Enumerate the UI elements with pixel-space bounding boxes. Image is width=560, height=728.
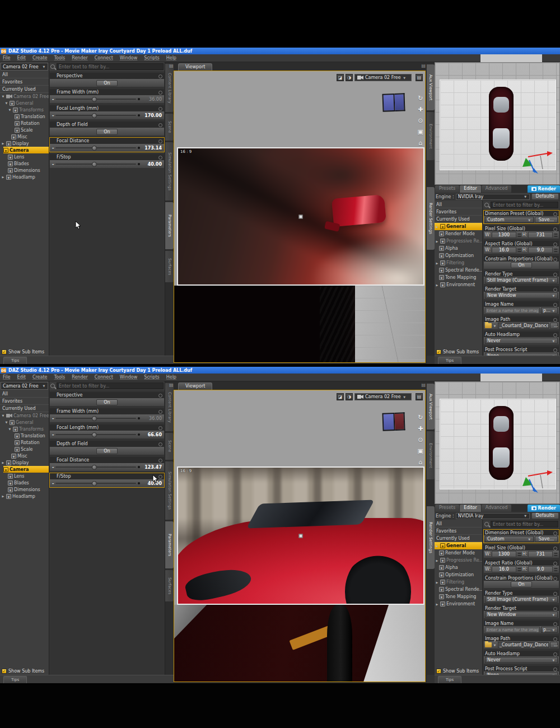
- tab-scene[interactable]: Scene: [165, 114, 174, 141]
- chevron-down-icon[interactable]: ▼: [493, 324, 497, 328]
- rs-item-filtering[interactable]: ▶◈Filtering: [435, 259, 482, 267]
- view-options-icon[interactable]: ◑: [346, 393, 353, 400]
- tree-item-dimensions[interactable]: ◈Dimensions: [0, 486, 49, 493]
- home-icon[interactable]: ⌂: [418, 459, 423, 466]
- rs-filter-all[interactable]: All: [435, 201, 482, 208]
- rs-item-alpha[interactable]: ◈Alpha: [435, 564, 482, 571]
- menu-create[interactable]: Create: [32, 375, 48, 380]
- depth-of-field-on-toggle[interactable]: On: [96, 448, 118, 454]
- menu-edit[interactable]: Edit: [17, 55, 26, 60]
- tab-simulation-settings[interactable]: Simulation Settings: [165, 461, 174, 520]
- collapse-icon[interactable]: ▶: [435, 544, 439, 548]
- view-cube[interactable]: [381, 91, 406, 114]
- tab-presets[interactable]: Presets: [435, 185, 459, 193]
- save-button[interactable]: Save...: [535, 217, 558, 223]
- slider-thumb[interactable]: [92, 146, 97, 151]
- tab-environment[interactable]: Environment: [427, 112, 435, 160]
- scene-filter-favorites[interactable]: Favorites: [0, 398, 49, 405]
- rs-item-general[interactable]: ▶◈General: [435, 542, 482, 549]
- frame-icon[interactable]: ▣: [418, 447, 423, 455]
- tree-item-translation[interactable]: ◈Translation: [0, 113, 49, 120]
- slider-track[interactable]: [55, 164, 136, 165]
- rs-item-spectral[interactable]: ◈Spectral Rende...: [435, 586, 482, 593]
- menu-help[interactable]: Help: [166, 375, 176, 380]
- tab-parameters[interactable]: Parameters: [165, 521, 174, 568]
- menu-connect[interactable]: Connect: [95, 55, 113, 60]
- scene-filter-all[interactable]: All: [0, 71, 49, 78]
- nudge-up-icon[interactable]: [138, 147, 140, 149]
- tree-item-headlamp[interactable]: ▶◈Headlamp: [0, 493, 49, 500]
- rs-item-environment[interactable]: ▶◈Environment: [435, 600, 482, 608]
- render-type-dropdown[interactable]: Still Image (Current Frame)▼: [485, 596, 558, 603]
- render-button[interactable]: Render: [528, 185, 560, 193]
- focal-length-value[interactable]: 170.00: [142, 113, 162, 118]
- nudge-down-icon[interactable]: -: [52, 97, 54, 102]
- spinner-icon[interactable]: [517, 249, 521, 252]
- tree-item-camera-selected[interactable]: ◈Camera: [3, 466, 49, 473]
- rs-filter-favorites[interactable]: Favorites: [435, 528, 482, 535]
- engine-dropdown[interactable]: NVIDIA Iray▼: [456, 194, 530, 200]
- slider-thumb[interactable]: [92, 416, 97, 421]
- nudge-down-icon[interactable]: -: [52, 146, 54, 151]
- pane-menu-icon[interactable]: ▤: [169, 63, 174, 68]
- tab-aux-viewport[interactable]: Aux Viewport: [427, 384, 435, 430]
- rs-item-filtering[interactable]: ▶◈Filtering: [435, 578, 482, 586]
- focal-length-value[interactable]: 66.60: [142, 432, 162, 437]
- menu-connect[interactable]: Connect: [95, 375, 113, 380]
- scene-filter-all[interactable]: All: [0, 390, 49, 398]
- frame-icon[interactable]: ▣: [418, 128, 423, 136]
- car-top-view[interactable]: [489, 87, 514, 161]
- tips-tab[interactable]: Tips: [3, 676, 27, 683]
- tab-content-library[interactable]: Content Library: [165, 64, 174, 112]
- pan-icon[interactable]: ✚: [418, 106, 423, 113]
- tab-editor[interactable]: Editor: [460, 505, 481, 512]
- tree-item-scale[interactable]: ◈Scale: [0, 127, 49, 133]
- nudge-down-icon[interactable]: -: [52, 416, 54, 421]
- collapse-icon[interactable]: ▶: [1, 494, 5, 498]
- slider-thumb[interactable]: [92, 481, 97, 486]
- slider-thumb[interactable]: [92, 465, 97, 470]
- tips-tab[interactable]: Tips: [438, 357, 461, 364]
- spinner-icon[interactable]: [517, 234, 521, 237]
- spinner-icon[interactable]: [554, 553, 558, 556]
- pixel-width-field[interactable]: 1300: [492, 551, 516, 557]
- tree-item-general[interactable]: ▼◈General: [0, 419, 49, 426]
- tree-item-scale[interactable]: ◈Scale: [0, 446, 49, 452]
- frame-width-value[interactable]: 36.00: [142, 97, 162, 102]
- menu-window[interactable]: Window: [120, 55, 138, 60]
- expand-icon[interactable]: ▼: [1, 414, 5, 417]
- aspect-height-field[interactable]: 9.0: [528, 247, 553, 253]
- rs-filter-currently-used[interactable]: Currently Used: [435, 535, 482, 542]
- tree-item-rotation[interactable]: ◈Rotation: [0, 120, 49, 127]
- orbit-icon[interactable]: ↻: [418, 414, 423, 421]
- home-icon[interactable]: ⌂: [418, 139, 423, 147]
- collapse-icon[interactable]: ▶: [435, 240, 439, 243]
- draw-style-icon[interactable]: ◪: [337, 74, 344, 81]
- browse-button[interactable]: ...: [550, 323, 558, 329]
- nudge-up-icon[interactable]: [138, 114, 140, 116]
- expand-icon[interactable]: ▼: [4, 421, 8, 424]
- tree-item-display[interactable]: ▶◈Display: [0, 140, 49, 147]
- render-settings-search-input[interactable]: [491, 202, 558, 208]
- tree-item-lens[interactable]: ◈Lens: [0, 473, 49, 479]
- rs-item-progressive[interactable]: ▶◈Progressive Re...: [435, 237, 482, 245]
- rs-filter-all[interactable]: All: [435, 520, 482, 528]
- aspect-width-field[interactable]: 16.0: [492, 247, 516, 253]
- dimension-preset-dropdown[interactable]: Custom▼: [485, 217, 534, 223]
- image-path-field[interactable]: _Courtard_Day_DanceD: [498, 642, 549, 648]
- auto-headlamp-dropdown[interactable]: Never▼: [485, 338, 558, 344]
- parameters-search-input[interactable]: [57, 63, 164, 70]
- collapse-icon[interactable]: ▶: [435, 225, 439, 228]
- defaults-button[interactable]: Defaults: [531, 512, 559, 519]
- tree-item-camera-02-free[interactable]: ▼Camera 02 Free: [0, 412, 49, 419]
- tab-render-settings[interactable]: Render Settings: [427, 506, 435, 569]
- rs-item-spectral[interactable]: ◈Spectral Rende...: [435, 267, 482, 274]
- viewport-camera-dropdown[interactable]: Camera 02 Free ▼: [354, 74, 412, 81]
- tree-item-misc[interactable]: ◈Misc: [0, 452, 49, 459]
- browse-button[interactable]: ...: [550, 642, 558, 648]
- chevron-down-icon[interactable]: ▼: [493, 643, 497, 647]
- render-frame[interactable]: 16 : 9: [177, 466, 424, 605]
- constrain-on-toggle[interactable]: On: [511, 581, 532, 587]
- folder-icon[interactable]: [485, 323, 492, 328]
- nudge-up-icon[interactable]: [138, 482, 140, 484]
